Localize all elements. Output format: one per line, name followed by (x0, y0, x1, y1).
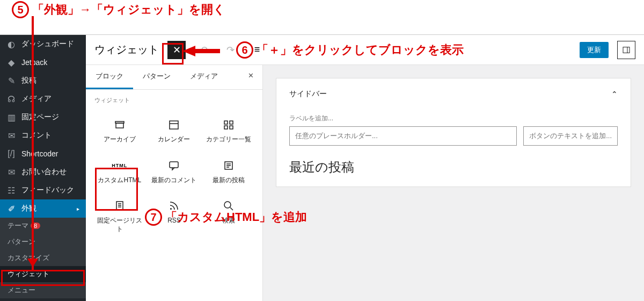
widget-canvas: サイドバー ⌃ ラベルを追加... 任意のプレースホルダー... ボタンのテキス… (263, 65, 644, 301)
search-button-text-input[interactable]: ボタンのテキストを追加... (523, 126, 618, 146)
calendar-icon (167, 118, 180, 131)
svg-rect-10 (230, 126, 233, 129)
rss-icon (167, 199, 180, 212)
inserter-tabs: ブロック パターン メディア ✕ (86, 65, 262, 90)
block-page-list[interactable]: 固定ページリスト (92, 192, 147, 241)
tab-blocks[interactable]: ブロック (86, 65, 133, 89)
svg-rect-1 (623, 47, 630, 53)
svg-rect-16 (116, 202, 123, 210)
block-calendar[interactable]: カレンダー (147, 111, 202, 152)
svg-rect-9 (224, 126, 228, 129)
sidebar-item-jetpack[interactable]: ◆Jetpack (0, 53, 86, 71)
brush-icon: ✐ (6, 204, 16, 213)
mail-icon: ✉ (6, 167, 16, 177)
block-archive[interactable]: アーカイブ (92, 111, 147, 152)
submenu-themes[interactable]: テーマ8 (0, 218, 86, 234)
page-icon: ▥ (6, 112, 16, 122)
latest-posts-icon (222, 159, 235, 172)
block-custom-html[interactable]: HTMLカスタムHTML (92, 152, 147, 192)
submenu-menus[interactable]: メニュー (0, 282, 86, 298)
sidebar-item-media[interactable]: ☊メディア (0, 90, 86, 108)
tab-media[interactable]: メディア (180, 65, 228, 89)
sidebar-item-comments[interactable]: ✉コメント (0, 126, 86, 145)
editor: ウィジェット ✕ ↶ ↷ ≡ 更新 ブロック パターン メディア ✕ ウィジェッ… (86, 35, 644, 301)
submenu-customize[interactable]: カスタマイズ (0, 250, 86, 266)
jetpack-icon: ◆ (6, 58, 16, 67)
sidebar-item-posts[interactable]: ✎投稿 (0, 71, 86, 90)
sidebar-submenu: テーマ8 パターン カスタマイズ ウィジェット メニュー (0, 218, 86, 298)
admin-sidebar: ◐ダッシュボード ◆Jetpack ✎投稿 ☊メディア ▥固定ページ ✉コメント… (0, 35, 86, 301)
sidebar-item-contact[interactable]: ✉お問い合わせ (0, 163, 86, 181)
pin-icon: ✎ (6, 76, 16, 85)
shortcode-icon: [/] (6, 149, 16, 159)
media-icon: ☊ (6, 94, 16, 104)
block-latest-comments[interactable]: 最新のコメント (147, 152, 202, 192)
redo-button[interactable]: ↷ (221, 41, 239, 59)
block-inserter-panel: ブロック パターン メディア ✕ ウィジェット アーカイブ カレンダー カテゴリ… (86, 65, 263, 301)
categories-icon (222, 118, 235, 131)
block-latest-posts[interactable]: 最新の投稿 (201, 152, 256, 192)
dashboard-icon: ◐ (6, 39, 16, 49)
search-placeholder-input[interactable]: 任意のプレースホルダー... (289, 126, 517, 146)
tab-patterns[interactable]: パターン (133, 65, 180, 89)
archive-icon (113, 118, 126, 131)
recent-posts-heading: 最近の投稿 (289, 159, 618, 176)
search-label-field[interactable]: ラベルを追加... (289, 114, 618, 123)
widget-area-title: サイドバー (289, 89, 327, 99)
sidebar-item-pages[interactable]: ▥固定ページ (0, 108, 86, 126)
block-categories[interactable]: カテゴリー一覧 (201, 111, 256, 152)
svg-rect-5 (170, 121, 178, 129)
widget-area-sidebar[interactable]: サイドバー ⌃ ラベルを追加... 任意のプレースホルダー... ボタンのテキス… (276, 78, 631, 187)
svg-marker-0 (182, 46, 220, 56)
svg-rect-7 (224, 121, 228, 124)
comment-icon: ✉ (6, 131, 16, 140)
submenu-widgets[interactable]: ウィジェット (0, 266, 86, 282)
inserter-close-button[interactable]: ✕ (239, 65, 262, 89)
annotation-step-5: 5「外観」→「ウィジェット」を開く (12, 1, 225, 18)
section-label: ウィジェット (86, 90, 262, 106)
svg-line-22 (230, 207, 233, 210)
latest-comments-icon (167, 159, 180, 172)
page-list-icon (113, 199, 126, 212)
sidebar-item-feedback[interactable]: ☷フィードバック (0, 181, 86, 199)
sidebar-item-appearance[interactable]: ✐外観▸ (0, 199, 86, 218)
search-icon (222, 199, 235, 212)
editor-toolbar: ウィジェット ✕ ↶ ↷ ≡ 更新 (86, 35, 644, 65)
update-button[interactable]: 更新 (580, 42, 609, 58)
sidebar-item-shortcoder[interactable]: [/]Shortcoder (0, 145, 86, 163)
sidebar-toggle-icon (622, 46, 631, 54)
arrow-down (32, 16, 34, 271)
submenu-patterns[interactable]: パターン (0, 234, 86, 250)
arrow-left (182, 46, 220, 56)
block-rss[interactable]: RSS (147, 192, 202, 241)
svg-point-21 (224, 202, 231, 208)
svg-point-20 (170, 208, 172, 210)
svg-rect-11 (170, 162, 178, 168)
block-grid: アーカイブ カレンダー カテゴリー一覧 HTMLカスタムHTML 最新のコメント… (86, 106, 262, 241)
block-search[interactable]: 検索 (201, 192, 256, 241)
svg-rect-4 (116, 123, 123, 128)
settings-button[interactable] (617, 41, 635, 59)
page-title: ウィジェット (94, 42, 159, 57)
feedback-icon: ☷ (6, 185, 16, 195)
html-icon: HTML (113, 159, 126, 172)
list-view-button[interactable]: ≡ (248, 41, 266, 59)
sidebar-item-dashboard[interactable]: ◐ダッシュボード (0, 35, 86, 53)
chevron-up-icon[interactable]: ⌃ (611, 90, 618, 98)
svg-rect-8 (230, 121, 233, 124)
